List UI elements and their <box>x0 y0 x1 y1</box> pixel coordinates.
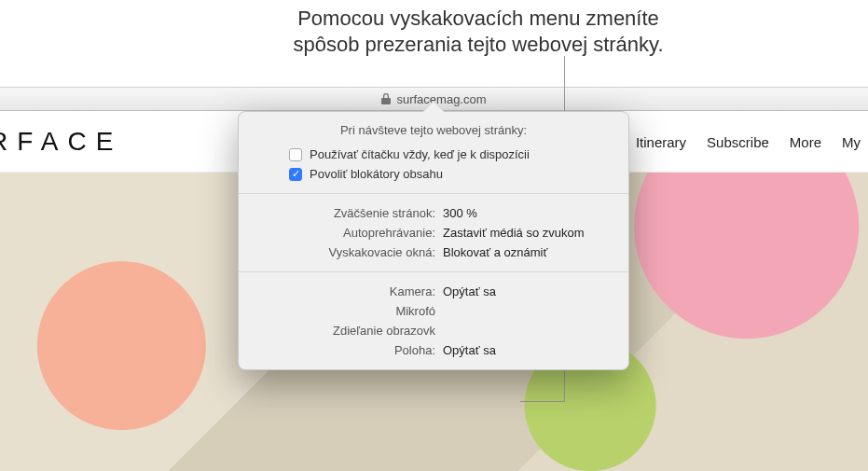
reader-checkbox-label: Používať čítačku vždy, keď je k dispozíc… <box>310 147 530 161</box>
site-nav: Itinerary Subscribe More My <box>636 111 868 173</box>
content-blockers-checkbox[interactable] <box>289 168 302 181</box>
value-page-zoom[interactable]: 300 % <box>443 206 477 220</box>
popover-section-general: Zväčšenie stránok: 300 % Autoprehrávanie… <box>239 193 628 271</box>
row-autoplay: Autoprehrávanie: Zastaviť médiá so zvuko… <box>252 223 615 242</box>
label-popups: Vyskakovacie okná: <box>252 245 443 259</box>
value-location[interactable]: Opýtať sa <box>443 343 496 357</box>
popover-title: Pri návšteve tejto webovej stránky: <box>239 112 628 145</box>
nav-itinerary[interactable]: Itinerary <box>636 134 686 150</box>
content-blockers-checkbox-row[interactable]: Povoliť blokátory obsahu <box>252 164 615 184</box>
label-autoplay: Autoprehrávanie: <box>252 226 443 240</box>
url-host-text: surfacemag.com <box>396 92 486 106</box>
help-annotation: Pomocou vyskakovacích menu zmeníte spôso… <box>126 6 831 57</box>
nav-subscribe[interactable]: Subscribe <box>707 134 769 150</box>
label-camera: Kamera: <box>252 284 443 298</box>
lock-icon <box>381 93 391 104</box>
annotation-line-2: spôsob prezerania tejto webovej stránky. <box>126 32 831 58</box>
row-camera: Kamera: Opýtať sa <box>252 282 615 301</box>
row-screen-sharing: Zdieľanie obrazovk <box>252 321 615 340</box>
site-logo-text: RFACE <box>0 127 122 157</box>
row-microphone: Mikrofó <box>252 301 615 321</box>
callout-line-horizontal <box>520 401 565 402</box>
popover-section-checkboxes: Používať čítačku vždy, keď je k dispozíc… <box>239 145 628 193</box>
label-screen-sharing: Zdieľanie obrazovk <box>252 324 443 338</box>
value-camera[interactable]: Opýtať sa <box>443 284 496 298</box>
label-page-zoom: Zväčšenie stránok: <box>252 206 443 220</box>
annotation-line-1: Pomocou vyskakovacích menu zmeníte <box>126 6 831 32</box>
content-blockers-checkbox-label: Povoliť blokátory obsahu <box>310 167 443 181</box>
value-popups[interactable]: Blokovať a oznámiť <box>443 245 547 259</box>
row-location: Poloha: Opýtať sa <box>252 340 615 360</box>
website-settings-popover: Pri návšteve tejto webovej stránky: Použ… <box>238 111 629 370</box>
popover-section-privacy: Kamera: Opýtať sa Mikrofó Zdieľanie obra… <box>239 271 628 369</box>
row-popups: Vyskakovacie okná: Blokovať a oznámiť <box>252 242 615 262</box>
row-page-zoom: Zväčšenie stránok: 300 % <box>252 203 615 223</box>
label-location: Poloha: <box>252 343 443 357</box>
nav-my[interactable]: My <box>842 134 861 150</box>
label-microphone: Mikrofó <box>252 304 443 318</box>
reader-checkbox[interactable] <box>289 148 302 161</box>
value-autoplay[interactable]: Zastaviť médiá so zvukom <box>443 226 585 240</box>
reader-checkbox-row[interactable]: Používať čítačku vždy, keď je k dispozíc… <box>252 145 615 164</box>
nav-more[interactable]: More <box>790 134 821 150</box>
